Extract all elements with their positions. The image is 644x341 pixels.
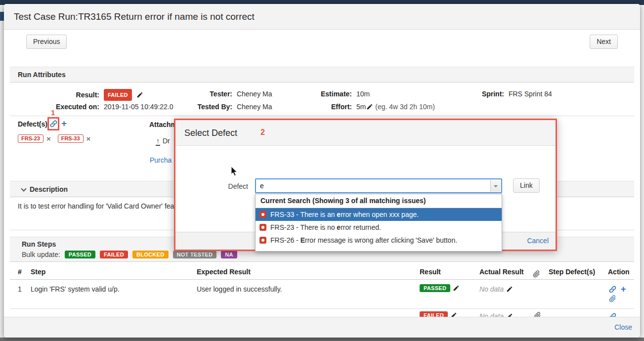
tester-field: Tester Cheney Ma: [182, 89, 315, 100]
step-text: Login 'FRS' system valid u/p.: [31, 285, 120, 293]
remove-defect-icon[interactable]: [46, 134, 51, 143]
attachment-file-link[interactable]: Purcha: [150, 156, 172, 164]
defect-tag[interactable]: FRS-33: [58, 134, 84, 143]
remove-defect-icon[interactable]: [86, 134, 91, 143]
bug-issue-icon: [259, 211, 266, 218]
effort-format-hint: (eg. 4w 3d 2h 10m): [375, 103, 435, 111]
bulk-failed-button[interactable]: FAILED: [100, 251, 128, 258]
step-row: 1 Login 'FRS' system valid u/p. User log…: [10, 280, 634, 309]
description-text: It is to test error handling for 'Valid …: [18, 202, 174, 210]
dialog-header: Select Defect 2: [175, 120, 556, 146]
bulk-update-label: Bulk update:: [22, 251, 60, 258]
bulk-not-tested-button[interactable]: NOT TESTED: [173, 251, 217, 258]
modal-footer: Close: [4, 317, 640, 338]
steps-table-header: # Step Expected Result Result Actual Res…: [10, 264, 634, 280]
col-num: #: [18, 264, 22, 279]
executed-on-value: 2019-11-05 10:49:22.0: [104, 103, 173, 111]
modal-header: Test Case Run:TR3165 Return error if nam…: [4, 4, 640, 30]
sprint-label: Sprint: [469, 89, 504, 99]
col-expected: Expected Result: [197, 264, 251, 279]
attach-step-file-icon[interactable]: [609, 295, 616, 304]
annotation-number-2: 2: [260, 128, 265, 137]
estimate-value: 10m: [356, 90, 370, 98]
effort-value: 5m: [356, 103, 366, 111]
tested-by-label: Tested By: [182, 102, 232, 112]
edit-effort-icon[interactable]: [366, 103, 373, 110]
defect-suggestions-dropdown: Current Search (Showing 3 of all matchin…: [255, 194, 502, 252]
suggestion-item[interactable]: FRS-23 - There is no error returned.: [256, 221, 502, 234]
col-actual: Actual Result: [479, 264, 523, 279]
col-step: Step: [31, 264, 45, 279]
effort-label: Effort: [315, 102, 352, 112]
upload-icon: [156, 137, 160, 146]
chevron-down-icon: [21, 186, 26, 191]
defect-search-input[interactable]: e: [255, 178, 502, 193]
col-action: Action: [608, 264, 630, 279]
section-title: Run Attributes: [18, 71, 66, 79]
add-defect-icon[interactable]: +: [61, 118, 67, 129]
background-page-bottom: [0, 338, 644, 341]
run-steps-title: Run Steps: [22, 240, 56, 248]
next-button[interactable]: Next: [590, 35, 618, 49]
edit-step-result-icon[interactable]: [453, 285, 460, 292]
bulk-passed-button[interactable]: PASSED: [65, 251, 95, 258]
sprint-value: FRS Sprint 84: [509, 90, 552, 98]
annotation-number-1: 1: [51, 108, 55, 117]
link-step-defect-icon[interactable]: [608, 285, 617, 294]
estimate-label: Estimate: [315, 89, 352, 99]
run-attributes-section-header: Run Attributes: [10, 67, 634, 83]
step-number: 1: [18, 285, 22, 293]
section-title: Description: [30, 185, 68, 193]
close-button[interactable]: Close: [614, 317, 632, 337]
suggestion-item[interactable]: FRS-26 - Error message is wrong after cl…: [256, 234, 502, 247]
attachments-label: Attachm: [149, 121, 177, 128]
expected-result-text: User logged in successfully.: [197, 285, 282, 293]
suggestion-item[interactable]: FRS-33 - There is an error when open xxx…: [256, 208, 502, 221]
page-title: Test Case Run:TR3165 Return error if nam…: [14, 4, 255, 30]
estimate-field: Estimate 10m: [315, 89, 483, 100]
tested-by-field: Tested By Cheney Ma: [182, 102, 315, 113]
dialog-title: Select Defect: [184, 120, 237, 146]
result-status-badge: FAILED: [104, 89, 132, 101]
edit-actual-result-icon[interactable]: [506, 286, 513, 293]
tested-by-value: Cheney Ma: [237, 103, 272, 111]
link-defect-icon[interactable]: [49, 120, 58, 128]
step-result-badge: PASSED: [420, 284, 450, 292]
col-result: Result: [420, 264, 441, 279]
defects-label: Defect(s): [18, 120, 47, 128]
executed-on-label: Executed on: [18, 102, 99, 112]
defect-search-value: e: [260, 179, 264, 192]
bulk-blocked-button[interactable]: BLOCKED: [132, 251, 169, 258]
previous-button[interactable]: Previous: [26, 35, 67, 49]
suggestions-header: Current Search (Showing 3 of all matchin…: [256, 194, 502, 208]
mouse-cursor: [231, 166, 238, 178]
annotation-box-1: [47, 117, 59, 130]
attributes-row: Result FAILED Tester Cheney Ma Estimate …: [4, 89, 640, 100]
executed-on-field: Executed on 2019-11-05 10:49:22.0: [18, 102, 186, 113]
tester-value: Cheney Ma: [237, 90, 272, 98]
col-step-defects: Step Defect(s): [549, 264, 595, 279]
link-button[interactable]: Link: [513, 178, 540, 193]
tester-label: Tester: [182, 89, 232, 99]
bulk-update-row: Bulk update: PASSED FAILED BLOCKED NOT T…: [22, 251, 237, 258]
drop-files-text: Dr: [163, 137, 170, 145]
page: Test Case Run:TR3165 Return error if nam…: [0, 0, 644, 341]
result-label: Result: [18, 90, 99, 100]
dropdown-arrow-icon[interactable]: [490, 180, 501, 192]
edit-result-icon[interactable]: [136, 91, 143, 98]
add-step-defect-icon[interactable]: +: [621, 284, 626, 294]
bug-issue-icon: [259, 224, 266, 231]
actual-result-text: No data: [479, 285, 504, 293]
effort-field: Effort 5m (eg. 4w 3d 2h 10m): [315, 102, 483, 113]
cancel-button[interactable]: Cancel: [527, 232, 549, 250]
bug-issue-icon: [259, 237, 266, 244]
attachment-drop-area[interactable]: Dr: [156, 137, 170, 145]
defect-tag[interactable]: FRS-23: [18, 134, 43, 143]
bulk-na-button[interactable]: NA: [221, 251, 237, 258]
defect-field-label: Defect: [224, 179, 248, 194]
divider: [10, 116, 634, 116]
sprint-field: Sprint FRS Sprint 84: [469, 89, 637, 100]
result-field: Result FAILED: [18, 89, 186, 100]
attributes-row: Executed on 2019-11-05 10:49:22.0 Tested…: [4, 102, 640, 113]
background-page-right: [640, 5, 644, 338]
